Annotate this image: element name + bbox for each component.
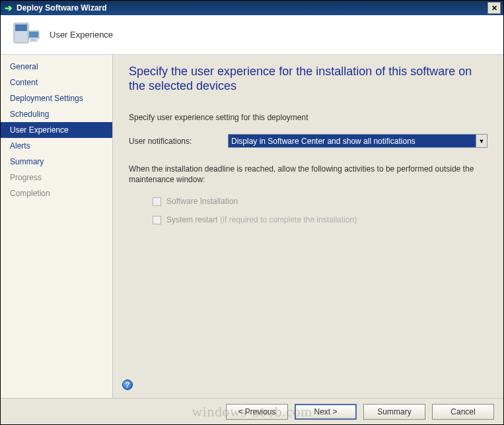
svg-rect-3 (29, 32, 38, 38)
wizard-sidebar: General Content Deployment Settings Sche… (1, 55, 113, 398)
software-installation-label: Software Installation (166, 197, 238, 206)
wizard-body: General Content Deployment Settings Sche… (1, 55, 503, 398)
next-button[interactable]: Next > (295, 404, 357, 420)
software-installation-checkbox-row: Software Installation (153, 197, 487, 206)
system-restart-checkbox-row: System restart (if required to complete … (153, 215, 487, 224)
close-button[interactable]: ✕ (487, 2, 501, 14)
user-notifications-dropdown[interactable]: Display in Software Center and show all … (228, 134, 487, 148)
deadline-instruction: When the installation deadline is reache… (129, 164, 487, 185)
page-title: User Experience (50, 30, 113, 40)
sidebar-item-content[interactable]: Content (1, 75, 112, 90)
summary-button[interactable]: Summary (363, 404, 425, 420)
svg-rect-4 (31, 39, 36, 40)
sidebar-item-user-experience[interactable]: User Experience (1, 122, 112, 138)
system-restart-sublabel: (if required to complete the installatio… (220, 215, 357, 224)
sidebar-item-completion: Completion (1, 185, 112, 201)
system-restart-checkbox (153, 216, 161, 224)
wizard-footer: < Previous Next > Summary Cancel (1, 398, 503, 424)
system-restart-label: System restart (166, 215, 217, 224)
dropdown-selected-text: Display in Software Center and show all … (229, 137, 476, 146)
chevron-down-icon: ▼ (476, 135, 487, 147)
window-title: Deploy Software Wizard (17, 3, 487, 13)
sidebar-item-general[interactable]: General (1, 59, 112, 75)
cancel-button[interactable]: Cancel (432, 404, 494, 420)
svg-rect-1 (15, 24, 27, 31)
wizard-header: User Experience (1, 15, 503, 55)
user-notifications-label: User notifications: (129, 137, 228, 146)
instruction-text: Specify user experience setting for this… (129, 113, 487, 122)
user-notifications-row: User notifications: Display in Software … (129, 134, 487, 148)
sidebar-item-deployment-settings[interactable]: Deployment Settings (1, 90, 112, 106)
sidebar-item-summary[interactable]: Summary (1, 154, 112, 170)
wizard-main-panel: Specify the user experience for the inst… (113, 55, 503, 398)
main-heading: Specify the user experience for the inst… (129, 64, 487, 93)
computer-icon (10, 19, 42, 51)
help-icon[interactable]: ? (122, 379, 133, 390)
svg-rect-5 (30, 40, 38, 42)
previous-button[interactable]: < Previous (226, 404, 288, 420)
software-installation-checkbox (153, 197, 161, 206)
window-titlebar: ➔ Deploy Software Wizard ✕ (1, 1, 503, 15)
wizard-arrow-icon: ➔ (3, 3, 14, 13)
sidebar-item-progress: Progress (1, 170, 112, 185)
sidebar-item-scheduling[interactable]: Scheduling (1, 106, 112, 122)
sidebar-item-alerts[interactable]: Alerts (1, 138, 112, 154)
